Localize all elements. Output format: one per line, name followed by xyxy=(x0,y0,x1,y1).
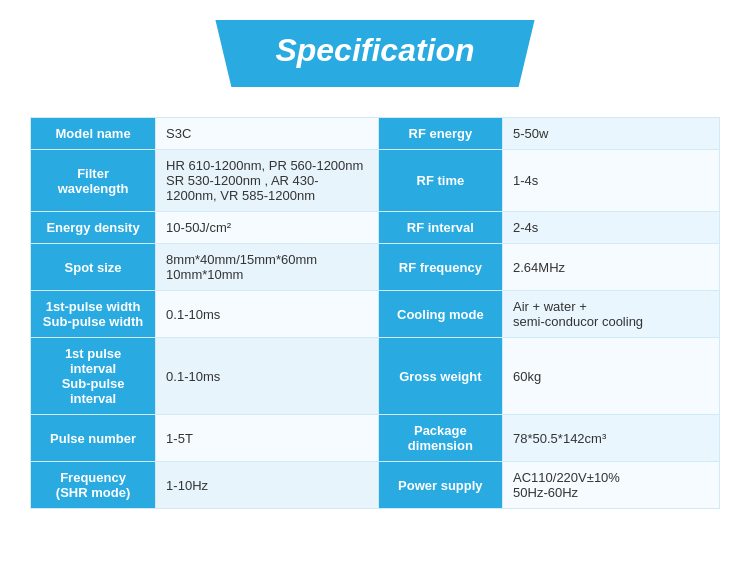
table-row: 1st pulse interval Sub-pulse interval0.1… xyxy=(31,338,720,415)
right-label-cell: RF interval xyxy=(378,212,502,244)
left-label-cell: Pulse number xyxy=(31,415,156,462)
table-row: Filter wavelengthHR 610-1200nm, PR 560-1… xyxy=(31,150,720,212)
left-label-cell: Filter wavelength xyxy=(31,150,156,212)
right-label-cell: RF frequency xyxy=(378,244,502,291)
right-value-cell: 78*50.5*142cm³ xyxy=(503,415,720,462)
page-title: Specification xyxy=(275,32,474,68)
title-container: Specification xyxy=(30,20,720,87)
left-value-cell: 8mm*40mm/15mm*60mm 10mm*10mm xyxy=(156,244,379,291)
spec-table: Model nameS3CRF energy5-50wFilter wavele… xyxy=(30,117,720,509)
left-value-cell: S3C xyxy=(156,118,379,150)
right-label-cell: Power supply xyxy=(378,462,502,509)
left-value-cell: 0.1-10ms xyxy=(156,291,379,338)
right-value-cell: 2-4s xyxy=(503,212,720,244)
right-label-cell: Cooling mode xyxy=(378,291,502,338)
left-value-cell: 0.1-10ms xyxy=(156,338,379,415)
left-label-cell: 1st pulse interval Sub-pulse interval xyxy=(31,338,156,415)
right-value-cell: Air + water + semi-conducor cooling xyxy=(503,291,720,338)
right-value-cell: 60kg xyxy=(503,338,720,415)
left-label-cell: Spot size xyxy=(31,244,156,291)
table-row: Model nameS3CRF energy5-50w xyxy=(31,118,720,150)
right-label-cell: RF time xyxy=(378,150,502,212)
left-label-cell: Energy density xyxy=(31,212,156,244)
right-label-cell: Package dimension xyxy=(378,415,502,462)
right-value-cell: 1-4s xyxy=(503,150,720,212)
table-row: 1st-pulse width Sub-pulse width0.1-10msC… xyxy=(31,291,720,338)
left-label-cell: Model name xyxy=(31,118,156,150)
left-label-cell: 1st-pulse width Sub-pulse width xyxy=(31,291,156,338)
left-value-cell: 1-10Hz xyxy=(156,462,379,509)
right-label-cell: RF energy xyxy=(378,118,502,150)
left-label-cell: Frequency (SHR mode) xyxy=(31,462,156,509)
table-row: Energy density10-50J/cm²RF interval2-4s xyxy=(31,212,720,244)
table-row: Pulse number1-5TPackage dimension78*50.5… xyxy=(31,415,720,462)
right-value-cell: 2.64MHz xyxy=(503,244,720,291)
table-row: Spot size8mm*40mm/15mm*60mm 10mm*10mmRF … xyxy=(31,244,720,291)
right-label-cell: Gross weight xyxy=(378,338,502,415)
table-row: Frequency (SHR mode)1-10HzPower supplyAC… xyxy=(31,462,720,509)
left-value-cell: 1-5T xyxy=(156,415,379,462)
left-value-cell: 10-50J/cm² xyxy=(156,212,379,244)
left-value-cell: HR 610-1200nm, PR 560-1200nm SR 530-1200… xyxy=(156,150,379,212)
right-value-cell: 5-50w xyxy=(503,118,720,150)
right-value-cell: AC110/220V±10% 50Hz-60Hz xyxy=(503,462,720,509)
title-box: Specification xyxy=(215,20,534,87)
